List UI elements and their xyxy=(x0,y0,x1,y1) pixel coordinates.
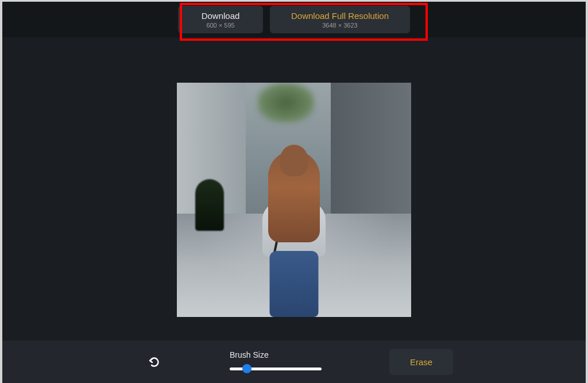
download-label: Download xyxy=(202,11,240,21)
header-bar: Download 600 × 595 Download Full Resolut… xyxy=(2,2,586,37)
edited-image[interactable] xyxy=(177,83,411,317)
undo-button[interactable] xyxy=(145,353,162,370)
slider-thumb[interactable] xyxy=(242,364,252,373)
undo-icon xyxy=(146,355,160,369)
download-full-resolution-button[interactable]: Download Full Resolution 3648 × 3623 xyxy=(270,6,410,33)
download-full-label: Download Full Resolution xyxy=(291,11,389,21)
download-dimensions: 600 × 595 xyxy=(206,22,234,29)
erase-label: Erase xyxy=(410,357,432,367)
brush-size-slider[interactable] xyxy=(230,364,322,373)
brush-size-control: Brush Size xyxy=(230,350,322,373)
erase-button[interactable]: Erase xyxy=(389,349,453,375)
app-frame: Download 600 × 595 Download Full Resolut… xyxy=(2,2,586,383)
download-full-dimensions: 3648 × 3623 xyxy=(322,22,357,29)
bottom-toolbar: Brush Size Erase xyxy=(2,341,586,383)
download-button[interactable]: Download 600 × 595 xyxy=(178,6,263,33)
brush-size-label: Brush Size xyxy=(230,350,322,359)
download-button-group: Download 600 × 595 Download Full Resolut… xyxy=(172,2,416,37)
canvas-area xyxy=(2,37,586,341)
